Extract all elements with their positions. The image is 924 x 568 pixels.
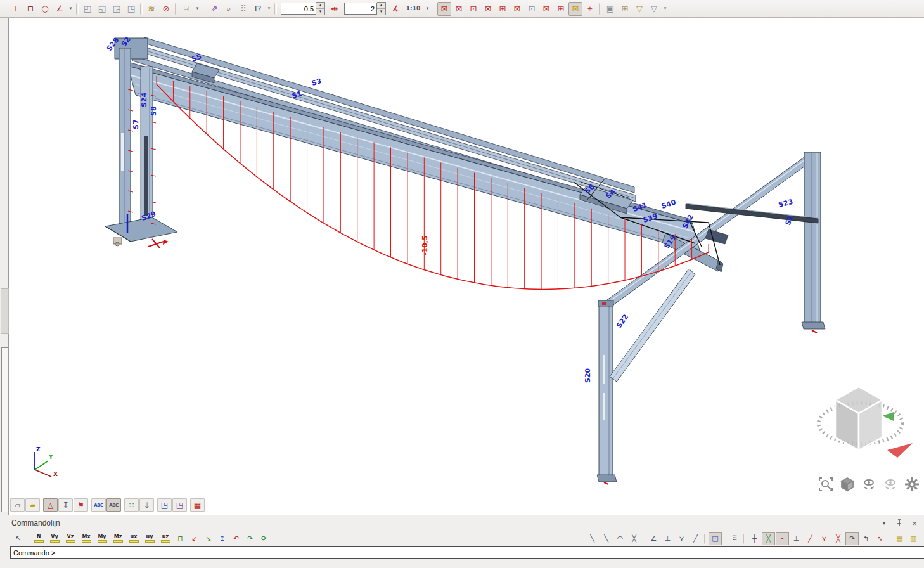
result-my-button[interactable]: My — [94, 532, 110, 545]
separator[interactable] — [889, 534, 891, 544]
snap-perpendicular-icon[interactable]: ⊥ — [661, 532, 674, 545]
snap-endpoint-icon[interactable]: ╲ — [600, 532, 613, 545]
factor-spinner[interactable]: ▲▼ — [377, 2, 386, 15]
rotate-view-icon[interactable] — [883, 477, 898, 492]
reaction-up-icon[interactable]: ↥ — [215, 532, 229, 545]
copy-single-icon[interactable]: ◰ — [80, 2, 94, 16]
zoom-document-icon[interactable]: ⌕ — [222, 2, 236, 16]
separator[interactable] — [188, 498, 189, 512]
snap-arc-icon[interactable]: ◠ — [613, 532, 627, 545]
scale-value-input[interactable] — [281, 3, 316, 15]
command-panel-titlebar[interactable]: Commandolijn ▾ × — [0, 515, 924, 531]
snap-cross-green-icon[interactable]: ╳ — [762, 532, 775, 545]
snap-line-icon[interactable]: ╲ — [586, 532, 599, 545]
result-vy-button[interactable]: Vy — [47, 532, 62, 545]
dropdown-arrow[interactable]: ▾ — [194, 2, 201, 16]
zoom-selection-icon[interactable] — [818, 477, 833, 492]
separator[interactable] — [27, 534, 29, 544]
dropdown-arrow[interactable]: ▾ — [67, 2, 74, 16]
export-model-icon[interactable]: ⍈ — [179, 2, 193, 16]
angle-scale-icon[interactable]: ∡ — [388, 2, 402, 16]
rotate-red-icon[interactable]: ↶ — [229, 532, 243, 545]
filter-icon[interactable]: ▽ — [632, 2, 646, 16]
window-layout-icon[interactable]: ◳ — [157, 498, 172, 512]
view-cube-icon[interactable] — [840, 477, 855, 492]
member-add-icon[interactable]: ⊞ — [554, 2, 568, 16]
rotate-model-icon[interactable] — [861, 477, 876, 492]
result-uz-button[interactable]: uz — [158, 532, 173, 545]
separator[interactable] — [89, 498, 91, 512]
labels-show-icon[interactable]: ABC — [91, 498, 106, 512]
save-view-icon[interactable]: ▣ — [603, 2, 617, 16]
filter-alt-icon[interactable]: ▽ — [647, 2, 661, 16]
snap-spline-icon[interactable]: ∿ — [873, 532, 887, 545]
result-uy-button[interactable]: uy — [142, 532, 157, 545]
snap-corner-icon[interactable]: ↰ — [859, 532, 873, 545]
circle-icon[interactable]: ○ — [38, 2, 52, 16]
dropdown-arrow[interactable]: ▾ — [424, 2, 431, 16]
panel-dropdown-icon[interactable]: ▾ — [878, 517, 890, 529]
dimension-node-icon[interactable]: ⊥ — [9, 2, 23, 16]
rotate-axis-icon[interactable]: ⟳ — [257, 532, 271, 545]
render-wireframe-icon[interactable]: ▱ — [10, 498, 25, 512]
results-display-icon[interactable]: ↧ — [58, 498, 73, 512]
deformation-icon[interactable]: ↙ — [188, 532, 201, 545]
factor-value-input[interactable] — [344, 3, 377, 15]
rotate-green-icon[interactable]: ↷ — [243, 532, 257, 545]
member-recalc-icon[interactable]: ⊡ — [466, 2, 480, 16]
center-point-icon[interactable]: ⌖ — [583, 2, 597, 16]
member-snap-icon[interactable]: ⊠ — [510, 2, 524, 16]
mesh-display-icon[interactable]: ∷ — [124, 498, 139, 512]
paste-icon[interactable]: ◲ — [110, 2, 124, 16]
model-viewport[interactable] — [9, 18, 924, 515]
view-settings-gear-icon[interactable] — [904, 477, 920, 492]
member-edit-icon[interactable]: ⊠ — [452, 2, 466, 16]
scale-spinner[interactable]: ▲▼ — [316, 2, 325, 15]
separator[interactable] — [274, 3, 277, 15]
member-table-icon[interactable]: ⊠ — [568, 2, 582, 16]
dropdown-arrow[interactable]: ▾ — [662, 2, 669, 16]
snap-nearest-icon[interactable]: ╱ — [689, 532, 702, 545]
result-mx-button[interactable]: Mx — [79, 532, 94, 545]
left-dock-strip[interactable] — [0, 18, 9, 515]
separator[interactable] — [599, 3, 601, 15]
table-input-icon[interactable]: ▤ — [893, 532, 906, 545]
stretch-icon[interactable]: ⇹ — [328, 2, 342, 16]
measure-icon[interactable]: I? — [251, 2, 265, 16]
separator[interactable] — [122, 498, 124, 512]
separator[interactable] — [643, 534, 645, 544]
member-undo-icon[interactable]: ⊡ — [525, 2, 539, 16]
angle-icon[interactable]: ∠ — [53, 2, 67, 16]
separator[interactable] — [704, 534, 707, 544]
dock-thumb[interactable] — [1, 288, 9, 334]
snap-intersect-icon[interactable]: ╳ — [627, 532, 641, 545]
snap-curve-icon[interactable]: ↷ — [845, 532, 859, 545]
separator[interactable] — [203, 3, 205, 15]
member-delete-icon[interactable]: ⊠ — [539, 2, 553, 16]
open-red-icon[interactable]: ⊞ — [618, 2, 632, 16]
copy-multi-icon[interactable]: ◱ — [95, 2, 109, 16]
result-ux-button[interactable]: ux — [126, 532, 141, 545]
member-info-icon[interactable]: ⊞ — [496, 2, 510, 16]
member-insert-icon[interactable]: ⊠ — [437, 2, 451, 16]
separator[interactable] — [155, 498, 157, 512]
select-cursor-icon[interactable]: ↖ — [11, 532, 25, 545]
result-vz-button[interactable]: Vz — [63, 532, 78, 545]
separator[interactable] — [433, 3, 435, 15]
supports-frame-icon[interactable]: ⊓ — [174, 532, 187, 545]
separator[interactable] — [76, 3, 79, 15]
render-solid-icon[interactable]: ▰ — [25, 498, 40, 512]
snap-angle-icon[interactable]: ∠ — [647, 532, 660, 545]
grid-point-icon[interactable]: ⠿ — [236, 2, 250, 16]
member-open-icon[interactable]: ⊠ — [481, 2, 495, 16]
surface-display-icon[interactable]: △ — [43, 498, 58, 512]
snap-vertex-icon[interactable]: ┼ — [748, 532, 761, 545]
result-mz-button[interactable]: Mz — [110, 532, 125, 545]
snap-midpoint2-icon[interactable]: ⋎ — [818, 532, 831, 545]
load-display-icon[interactable]: ⇓ — [139, 498, 154, 512]
labels-erase-icon[interactable]: ABC — [106, 498, 121, 512]
separator[interactable] — [140, 3, 143, 15]
separator[interactable] — [175, 3, 177, 15]
snap-point-icon[interactable]: • — [776, 532, 789, 545]
no-weld-icon[interactable]: ⊘ — [159, 2, 173, 16]
